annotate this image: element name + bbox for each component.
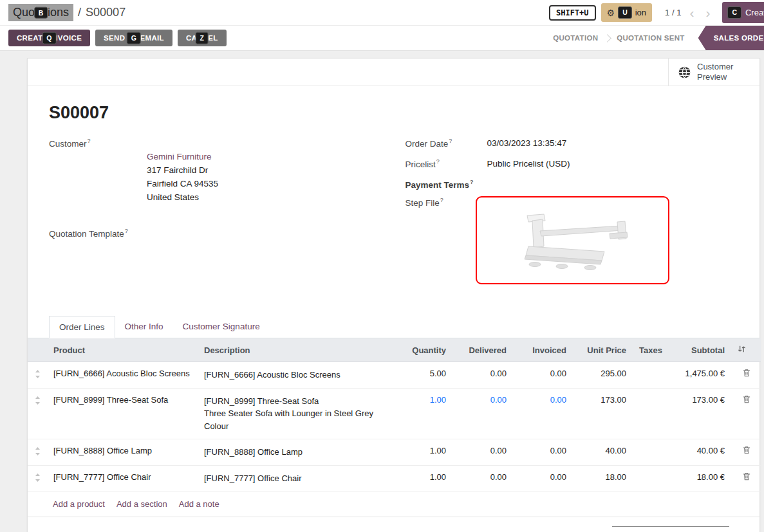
optional-columns-button[interactable] [731, 338, 761, 362]
header-unit-price: Unit Price [573, 338, 633, 362]
tab-order-lines[interactable]: Order Lines [49, 316, 115, 338]
cancel-button[interactable]: CANCEL Z [178, 30, 227, 46]
field-quotation-template: Quotation Template? [49, 227, 382, 239]
cell-quantity[interactable]: 1.00 [395, 388, 452, 439]
cell-invoiced[interactable]: 0.00 [513, 465, 573, 491]
step-file-preview-box[interactable] [476, 196, 669, 284]
action-menu-button[interactable]: ⚙ U ion [601, 3, 653, 22]
cell-product[interactable]: [FURN_7777] Office Chair [47, 465, 198, 491]
cell-taxes[interactable] [633, 362, 662, 389]
add-a-product-link[interactable]: Add a product [53, 499, 105, 509]
row-drag-handle[interactable] [28, 439, 47, 466]
cell-quantity[interactable]: 1.00 [395, 439, 452, 466]
shortcut-badge-b: B [34, 6, 48, 19]
pricelist-value[interactable]: Public Pricelist (USD) [487, 158, 739, 171]
header-invoiced: Invoiced [513, 338, 573, 362]
cell-product[interactable]: [FURN_6666] Acoustic Bloc Screens [47, 362, 198, 389]
customer-value[interactable]: Gemini Furniture 317 Fairchild Dr Fairfi… [147, 137, 382, 218]
cell-description[interactable]: [FURN_8888] Office Lamp [198, 439, 395, 466]
customer-preview-link[interactable]: Customer Preview [668, 59, 759, 86]
cell-delivered[interactable]: 0.00 [452, 439, 513, 466]
cell-description[interactable]: [FURN_7777] Office Chair [198, 465, 395, 491]
action-menu-label: ion [635, 8, 646, 17]
cell-delivered[interactable]: 0.00 [452, 362, 513, 389]
field-payment-terms: Payment Terms? [405, 178, 739, 190]
cell-description[interactable]: [FURN_6666] Acoustic Bloc Screens [198, 362, 395, 389]
add-a-note-link[interactable]: Add a note [179, 499, 219, 509]
cell-unit-price[interactable]: 40.00 [573, 439, 633, 466]
sheet-header-strip: Customer Preview [28, 59, 759, 86]
list-add-links: Add a product Add a section Add a note [49, 491, 738, 517]
payment-terms-label: Payment Terms? [405, 178, 487, 190]
send-by-email-button[interactable]: SEND BY EMAIL G [95, 30, 172, 46]
cell-delivered[interactable]: 0.00 [452, 388, 513, 439]
cell-quantity[interactable]: 5.00 [395, 362, 452, 389]
cell-invoiced[interactable]: 0.00 [513, 439, 573, 466]
delete-row-button[interactable] [731, 362, 761, 389]
trash-icon [743, 472, 750, 481]
quotation-template-value[interactable] [147, 227, 382, 239]
shortcut-badge-q: Q [42, 32, 56, 44]
customer-label: Customer? [49, 137, 147, 218]
statusbar: QUOTATION QUOTATION SENT SALES ORDER [543, 26, 764, 50]
stage-quotation[interactable]: QUOTATION [543, 34, 608, 42]
cell-invoiced[interactable]: 0.00 [513, 388, 573, 439]
cell-unit-price[interactable]: 295.00 [573, 362, 633, 389]
cell-product[interactable]: [FURN_8999] Three-Seat Sofa [47, 388, 198, 439]
create-button[interactable]: C Create [722, 2, 764, 23]
row-drag-handle[interactable] [28, 465, 47, 491]
cell-taxes[interactable] [633, 388, 662, 439]
cell-unit-price[interactable]: 18.00 [573, 465, 633, 491]
row-drag-handle[interactable] [28, 388, 47, 439]
cell-quantity[interactable]: 1.00 [395, 465, 452, 491]
breadcrumb: Quotations B / S00007 [8, 4, 126, 21]
shortcut-badge-c: C [727, 6, 741, 19]
sort-arrows-icon [738, 345, 746, 353]
shortcut-badge-z: Z [195, 32, 209, 44]
help-icon: ? [440, 197, 443, 203]
help-icon: ? [88, 138, 91, 144]
add-a-section-link[interactable]: Add a section [116, 499, 167, 509]
order-lines-table: Product Description Quantity Delivered I… [28, 338, 761, 491]
tab-other-info[interactable]: Other Info [115, 316, 173, 338]
pager-previous-button[interactable]: ‹ [686, 6, 697, 19]
cell-taxes[interactable] [633, 465, 662, 491]
order-date-value[interactable]: 03/03/2023 13:35:47 [487, 137, 739, 151]
cell-description[interactable]: [FURN_8999] Three-Seat Sofa Three Seater… [198, 388, 395, 439]
order-line-row: [FURN_8888] Office Lamp [FURN_8888] Offi… [28, 439, 761, 466]
shortcut-badge-g: G [127, 32, 141, 44]
terms-and-conditions-input[interactable]: Terms and conditions... [49, 526, 135, 532]
row-drag-handle[interactable] [28, 362, 47, 389]
pager-next-button[interactable]: › [702, 6, 713, 19]
field-order-date: Order Date? 03/03/2023 13:35:47 [405, 137, 739, 151]
cell-unit-price[interactable]: 173.00 [573, 388, 633, 439]
delete-row-button[interactable] [731, 465, 761, 491]
drag-handle-icon [35, 396, 41, 405]
create-invoice-button[interactable]: CREATE INVOICE Q [8, 30, 90, 46]
header-delivered: Delivered [452, 338, 513, 362]
payment-terms-value[interactable] [487, 178, 739, 190]
cell-taxes[interactable] [633, 439, 662, 466]
customer-link[interactable]: Gemini Furniture [147, 152, 212, 161]
delete-row-button[interactable] [731, 439, 761, 466]
stage-quotation-sent[interactable]: QUOTATION SENT [607, 34, 694, 42]
delete-row-button[interactable] [731, 388, 761, 439]
field-customer: Customer? Gemini Furniture 317 Fairchild… [49, 137, 382, 218]
cell-invoiced[interactable]: 0.00 [513, 362, 573, 389]
action-bar: CREATE INVOICE Q SEND BY EMAIL G CANCEL … [0, 26, 764, 51]
order-line-row: [FURN_8999] Three-Seat Sofa [FURN_8999] … [28, 388, 761, 439]
form-fields: Customer? Gemini Furniture 317 Fairchild… [49, 137, 738, 291]
cell-delivered[interactable]: 0.00 [452, 465, 513, 491]
tab-customer-signature[interactable]: Customer Signature [173, 316, 270, 338]
order-line-row: [FURN_7777] Office Chair [FURN_7777] Off… [28, 465, 761, 491]
page-title: S00007 [49, 103, 738, 123]
cell-subtotal: 173.00 € [662, 388, 731, 439]
step-file-3d-render [495, 205, 649, 276]
stage-sales-order-active[interactable]: SALES ORDER [698, 26, 764, 50]
order-date-label: Order Date? [405, 137, 487, 151]
topbar-controls: SHIFT+U ⚙ U ion 1 / 1 ‹ › C Create [549, 2, 764, 23]
form-sheet: Customer Preview S00007 Customer? Gemini… [27, 58, 760, 532]
cell-product[interactable]: [FURN_8888] Office Lamp [47, 439, 198, 466]
help-icon: ? [470, 179, 474, 185]
breadcrumb-quotations[interactable]: Quotations B [8, 4, 73, 21]
